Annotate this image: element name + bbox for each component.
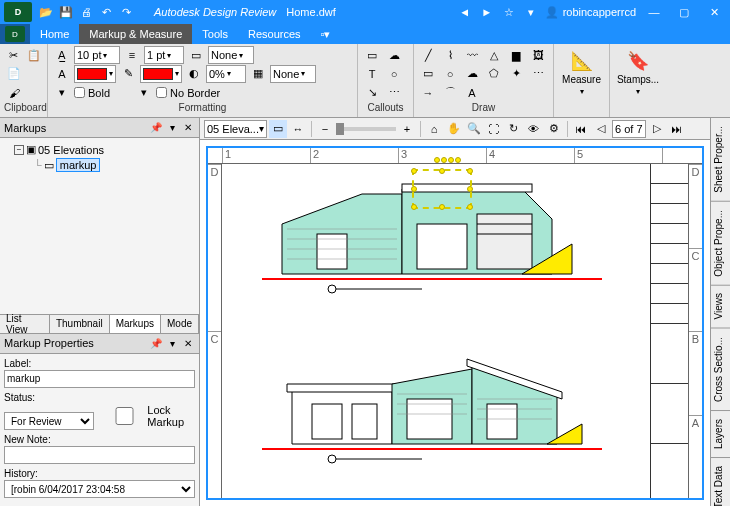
settings-button[interactable]: ⚙ — [545, 120, 563, 138]
tab-sheet-properties[interactable]: Sheet Proper... — [711, 118, 730, 202]
redo-icon[interactable]: ↷ — [118, 4, 134, 20]
app-menu-button[interactable]: D — [0, 24, 30, 44]
minimize-button[interactable]: — — [642, 2, 666, 22]
tab-layers[interactable]: Layers — [711, 411, 730, 458]
pin-icon[interactable]: 📌 — [149, 336, 163, 350]
rotate-button[interactable]: ↻ — [505, 120, 523, 138]
draw-more-button[interactable]: ⋯ — [528, 65, 548, 83]
copy-button[interactable]: 📄 — [4, 65, 24, 83]
prev-page-button[interactable]: ◁ — [592, 120, 610, 138]
open-icon[interactable]: 📂 — [38, 4, 54, 20]
history-select[interactable]: [robin 6/04/2017 23:04:58 — [4, 480, 195, 498]
sub-tab-mode[interactable]: Mode — [161, 315, 199, 333]
font-button[interactable]: A̲ — [52, 46, 72, 64]
dropdown-icon[interactable]: ▾ — [165, 121, 179, 135]
undo-icon[interactable]: ↶ — [98, 4, 114, 20]
sub-tab-markups[interactable]: Markups — [110, 315, 161, 333]
zoom-out-button[interactable]: − — [316, 120, 334, 138]
draw-text-button[interactable]: A — [462, 84, 482, 102]
tab-object-properties[interactable]: Object Prope... — [711, 202, 730, 286]
draw-polygon-button[interactable]: ⬠ — [484, 65, 504, 83]
maximize-button[interactable]: ▢ — [672, 2, 696, 22]
draw-polyline-button[interactable]: ⌇ — [440, 46, 460, 64]
first-page-button[interactable]: ⏮ — [572, 120, 590, 138]
sub-tab-thumbnail[interactable]: Thumbnail — [50, 315, 110, 333]
hand-tool-button[interactable]: ✋ — [445, 120, 463, 138]
tab-cross-sections[interactable]: Cross Sectio... — [711, 329, 730, 411]
star-icon[interactable]: ☆ — [501, 4, 517, 20]
next-page-button[interactable]: ▷ — [648, 120, 666, 138]
callout-ellipse-button[interactable]: ○ — [384, 65, 404, 83]
tab-text-data[interactable]: Text Data — [711, 458, 730, 506]
tab-markup-measure[interactable]: Markup & Measure — [79, 24, 192, 44]
font-color-dropdown[interactable]: ▾ — [74, 65, 116, 83]
status-select[interactable]: For Review — [4, 412, 94, 430]
fit-button[interactable]: ⛶ — [485, 120, 503, 138]
zoom-window-button[interactable]: 🔍 — [465, 120, 483, 138]
drawing-viewport[interactable]: 12345 DC — [206, 146, 704, 500]
no-border-color-button[interactable]: ▾ — [134, 84, 154, 102]
draw-shape1-button[interactable]: △ — [484, 46, 504, 64]
lock-markup-checkbox[interactable]: Lock Markup — [105, 404, 184, 428]
label-input[interactable] — [4, 370, 195, 388]
format-painter-button[interactable]: 🖌 — [4, 84, 24, 102]
lineweight-button[interactable]: ≡ — [122, 46, 142, 64]
draw-rect-button[interactable]: ▭ — [418, 65, 438, 83]
tab-overflow[interactable]: ▫▾ — [311, 24, 341, 44]
tree-markup-item[interactable]: └ ▭ markup — [4, 157, 195, 173]
line-color-button[interactable]: ✎ — [118, 65, 138, 83]
arrow-left-icon[interactable]: ◄ — [457, 4, 473, 20]
draw-image-button[interactable]: 🖼 — [528, 46, 548, 64]
view-button[interactable]: 👁 — [525, 120, 543, 138]
lineweight-dropdown[interactable]: 1 pt▾ — [144, 46, 184, 64]
stamps-button[interactable]: 🔖 Stamps... ▾ — [613, 46, 663, 100]
markup-selection[interactable] — [412, 169, 472, 209]
page-indicator[interactable]: 6 of 7 — [612, 120, 646, 138]
chevron-down-icon[interactable]: ▾ — [523, 4, 539, 20]
callout-rect-button[interactable]: ▭ — [362, 46, 382, 64]
save-icon[interactable]: 💾 — [58, 4, 74, 20]
print-icon[interactable]: 🖨 — [78, 4, 94, 20]
fill-style-button[interactable]: ▦ — [248, 65, 268, 83]
opacity-button[interactable]: ◐ — [184, 65, 204, 83]
user-account[interactable]: 👤 robincapperrcd — [545, 6, 636, 19]
draw-highlight-button[interactable]: ▆ — [506, 46, 526, 64]
paste-button[interactable]: 📋 — [25, 46, 44, 64]
close-panel-icon[interactable]: ✕ — [181, 121, 195, 135]
line-color-dropdown[interactable]: ▾ — [140, 65, 182, 83]
select-tool-button[interactable]: ▭ — [269, 120, 287, 138]
bold-checkbox[interactable]: Bold — [74, 87, 110, 99]
font-size-dropdown[interactable]: 10 pt▾ — [74, 46, 120, 64]
sheet-selector[interactable]: 05 Eleva... ▾ — [204, 120, 267, 138]
draw-line-button[interactable]: ╱ — [418, 46, 438, 64]
close-panel-icon[interactable]: ✕ — [181, 336, 195, 350]
draw-freehand-button[interactable]: 〰 — [462, 46, 482, 64]
tree-root-item[interactable]: − ▣ 05 Elevations — [4, 142, 195, 157]
draw-arc-button[interactable]: ⌒ — [440, 84, 460, 102]
cut-button[interactable]: ✂ — [4, 46, 23, 64]
pan-tool-button[interactable]: ↔ — [289, 120, 307, 138]
draw-symbol-button[interactable]: ✦ — [506, 65, 526, 83]
dropdown-icon[interactable]: ▾ — [165, 336, 179, 350]
close-button[interactable]: ✕ — [702, 2, 726, 22]
draw-ellipse-button[interactable]: ○ — [440, 65, 460, 83]
font-color-button[interactable]: A — [52, 65, 72, 83]
sub-tab-list-view[interactable]: List View — [0, 315, 50, 333]
callout-more-button[interactable]: ⋯ — [384, 84, 404, 102]
zoom-in-button[interactable]: + — [398, 120, 416, 138]
opacity-dropdown[interactable]: 0%▾ — [206, 65, 246, 83]
fill-dropdown[interactable]: None▾ — [270, 65, 316, 83]
border-style-button[interactable]: ▭ — [186, 46, 206, 64]
measure-button[interactable]: 📐 Measure ▾ — [557, 46, 607, 100]
home-view-button[interactable]: ⌂ — [425, 120, 443, 138]
zoom-slider[interactable] — [336, 127, 396, 131]
tab-home[interactable]: Home — [30, 24, 79, 44]
draw-arrow-button[interactable]: → — [418, 84, 438, 102]
fill-color-button[interactable]: ▾ — [52, 84, 72, 102]
tab-views[interactable]: Views — [711, 285, 730, 329]
collapse-icon[interactable]: − — [14, 145, 24, 155]
callout-leader-button[interactable]: ↘ — [362, 84, 382, 102]
no-border-checkbox[interactable]: No Border — [156, 87, 220, 99]
last-page-button[interactable]: ⏭ — [668, 120, 686, 138]
tab-resources[interactable]: Resources — [238, 24, 311, 44]
